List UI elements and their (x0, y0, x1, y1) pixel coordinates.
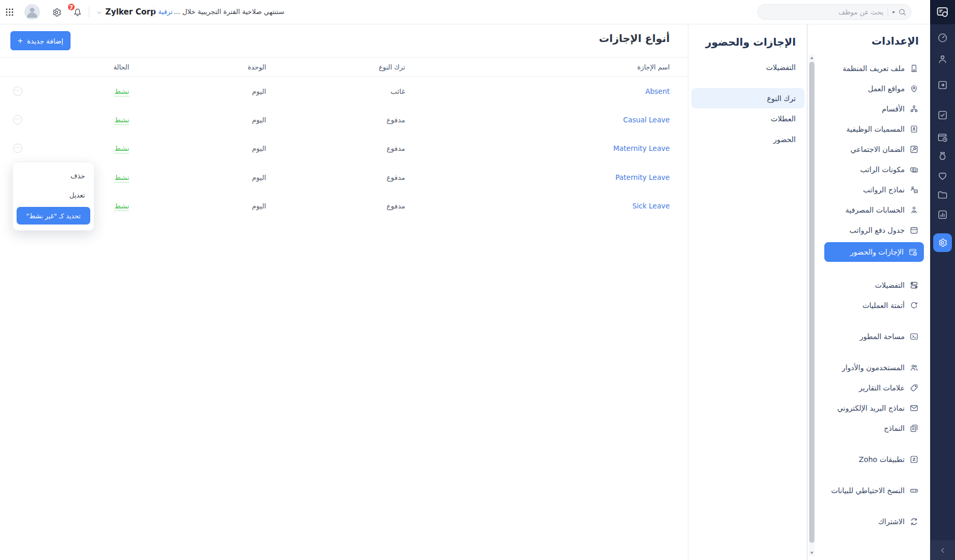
backup-icon (909, 486, 919, 495)
row-actions-ellipsis-icon[interactable]: ··· (13, 144, 22, 153)
settings-item[interactable]: علامات التقارير (815, 377, 930, 398)
rail-item[interactable] (937, 150, 948, 162)
column-header: اسم الإجازة (405, 63, 670, 71)
scrollbar-thumb[interactable] (809, 62, 814, 543)
settings-item-label: مكونات الراتب (860, 165, 905, 174)
settings-item[interactable]: الحسابات المصرفية (815, 200, 930, 220)
leave-name-link[interactable]: Paternity Leave (615, 173, 670, 181)
leave-name-link[interactable]: Maternity Leave (613, 144, 670, 152)
settings-item-label: نماذج الرواتب (863, 186, 905, 194)
rail-item[interactable] (937, 109, 948, 121)
settings-item[interactable]: جدول دفع الرواتب (815, 220, 930, 240)
settings-item[interactable]: نماذج الرواتب (815, 179, 930, 200)
rail-item-settings-active[interactable] (933, 233, 952, 252)
badge-icon (909, 124, 919, 134)
settings-items: ملف تعريف المنظمةمواقع العملالأقسامالمسم… (815, 58, 930, 531)
subnav-item[interactable]: ترك النوع (691, 88, 805, 108)
leave-name-link[interactable]: Absent (645, 87, 670, 95)
chevron-down-icon[interactable] (96, 10, 102, 16)
calendar-clock-icon (937, 132, 948, 143)
scrollbar-up-arrow[interactable] (810, 57, 813, 59)
table-header: اسم الإجازةترك النوعالوحدةالحالة (0, 57, 688, 77)
settings-item[interactable]: مكونات الراتب (815, 159, 930, 179)
settings-item[interactable]: الضمان الاجتماعي (815, 139, 930, 159)
leave-type-cell: مدفوع (266, 173, 405, 181)
rail-item[interactable] (937, 32, 948, 44)
status-badge[interactable]: نشط (114, 144, 129, 153)
menu-item[interactable]: تعديل (13, 186, 94, 205)
leave-type-cell: مدفوع (266, 202, 405, 210)
calendar-checkout-icon (937, 79, 948, 91)
leave-name-link[interactable]: Casual Leave (623, 116, 670, 124)
row-actions-ellipsis-icon[interactable]: ··· (13, 87, 22, 96)
plus-icon: + (18, 36, 23, 45)
employee-search-input[interactable]: بحث عن موظف (757, 4, 911, 20)
mark-inactive-button[interactable]: تحديد كـ "غير نشط" (17, 207, 90, 225)
scrollbar-down-arrow[interactable] (810, 552, 813, 554)
settings-item[interactable]: الاشتراك (815, 511, 930, 531)
avatar[interactable] (24, 4, 40, 20)
add-new-button[interactable]: إضافة جديدة + (10, 31, 71, 50)
subnav-item[interactable]: الحضور (688, 129, 807, 150)
leave-types-panel: أنواع الإجازات إضافة جديدة + اسم الإجازة… (0, 24, 688, 560)
settings-item[interactable]: المستخدمون والأدوار (815, 357, 930, 377)
settings-scrollbar[interactable] (809, 54, 815, 556)
settings-sidebar: الإعدادات ملف تعريف المنظمةمواقع العملال… (807, 24, 930, 560)
leave-type-cell: مدفوع (266, 144, 405, 152)
unit-cell: اليوم (129, 116, 266, 124)
menu-item[interactable]: حذف (13, 166, 94, 186)
leave-table-rows: Absentغائباليومنشط···Casual Leaveمدفوعال… (0, 77, 688, 220)
payroll-logo-icon[interactable] (930, 0, 955, 24)
rail-item[interactable] (937, 170, 948, 181)
settings-item[interactable]: النماذج (815, 418, 930, 438)
search-filter-caret-icon[interactable] (890, 9, 897, 16)
subnav-item[interactable]: العطلات (688, 108, 807, 129)
upgrade-link[interactable]: ترقية (158, 8, 173, 16)
settings-item[interactable]: الأقسام (815, 99, 930, 119)
status-badge[interactable]: نشط (114, 116, 129, 125)
table-row: Absentغائباليومنشط··· (0, 77, 688, 105)
settings-item-label: النماذج (884, 424, 905, 432)
rail-item[interactable] (937, 53, 948, 65)
settings-item-label: أتمتة العمليات (863, 301, 905, 310)
settings-item[interactable]: مواقع العمل (815, 78, 930, 99)
search-icon[interactable] (898, 8, 907, 17)
org-switcher[interactable]: Zylker Corp (105, 7, 156, 17)
rail-item[interactable] (937, 132, 948, 143)
app-grid-icon[interactable] (5, 7, 15, 17)
collapse-rail-button[interactable] (930, 540, 955, 560)
column-header: ترك النوع (266, 63, 405, 71)
users-icon (909, 363, 919, 372)
settings-item[interactable]: التفضيلات (815, 275, 930, 295)
settings-item-label: التفضيلات (875, 281, 905, 289)
status-badge[interactable]: نشط (114, 202, 129, 211)
settings-item[interactable]: أتمتة العمليات (815, 295, 930, 315)
rail-item[interactable] (937, 189, 948, 201)
rail-item[interactable] (937, 209, 948, 220)
settings-item[interactable]: نماذج البريد الإلكتروني (815, 398, 930, 418)
settings-item-label: الضمان الاجتماعي (850, 145, 905, 153)
settings-item[interactable]: النسخ الاحتياطي للبيانات (815, 480, 930, 500)
page-title: أنواع الإجازات (599, 32, 670, 45)
settings-item[interactable]: تطبيقات Zoho (815, 449, 930, 469)
gear-icon[interactable] (51, 7, 62, 18)
settings-item[interactable]: المسميات الوظيفية (815, 119, 930, 139)
subnav-item[interactable]: التفضيلات (688, 57, 807, 78)
calendar-clock-icon (908, 247, 918, 257)
settings-item[interactable]: ملف تعريف المنظمة (815, 58, 930, 78)
leave-name-link[interactable]: Sick Leave (632, 202, 670, 210)
status-badge[interactable]: نشط (114, 173, 129, 183)
rail-item[interactable] (937, 79, 948, 91)
column-header: الحالة (35, 63, 129, 71)
mail-icon (909, 403, 919, 413)
chevron-left-icon (939, 547, 947, 554)
table-row: Sick Leaveمدفوعاليومنشط··· (0, 192, 688, 220)
status-badge[interactable]: نشط (114, 87, 129, 96)
search-icon (898, 8, 907, 17)
search-divider (888, 8, 888, 16)
settings-item[interactable]: مساحة المطور (815, 326, 930, 346)
settings-item[interactable]: الإجازات والحضور (824, 242, 924, 262)
unit-cell: اليوم (129, 173, 266, 181)
row-actions-ellipsis-icon[interactable]: ··· (13, 115, 22, 124)
trial-expiry-text: ستنتهي صلاحية الفترة التجريبية خلال ... (174, 8, 284, 16)
